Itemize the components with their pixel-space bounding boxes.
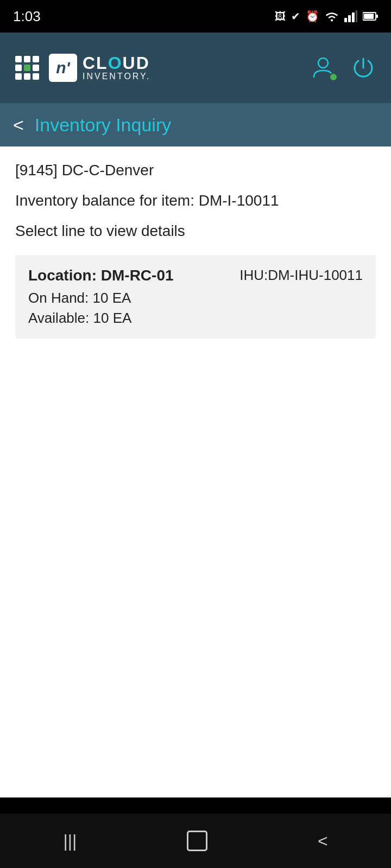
grid-dot-8 (24, 73, 30, 80)
power-icon[interactable] (351, 55, 376, 80)
content-area: [9145] DC-C-Denver Inventory balance for… (0, 146, 391, 797)
grid-dot-9 (33, 73, 39, 80)
logo-n-box: n' (49, 54, 77, 82)
svg-rect-2 (348, 15, 351, 22)
row-ihu: IHU:DM-IHU-10011 (239, 267, 363, 284)
grid-dot-3 (33, 56, 39, 62)
logo-brand: CLOUD INVENTORY. (83, 54, 150, 81)
logo-n-letter: n' (56, 59, 70, 77)
check-icon: ✔ (291, 10, 300, 23)
nav-back-button[interactable]: < (301, 826, 344, 857)
logo-cloud-text: CLOUD (83, 54, 150, 72)
signal-icon (344, 10, 357, 22)
svg-rect-4 (356, 10, 357, 22)
svg-rect-3 (352, 12, 355, 22)
wifi-icon (325, 10, 339, 22)
header-left: n' CLOUD INVENTORY. (15, 54, 150, 82)
photo-icon: 🖼 (275, 10, 286, 23)
content-location: [9145] DC-C-Denver (15, 162, 376, 179)
svg-rect-7 (376, 15, 378, 18)
app-header: n' CLOUD INVENTORY. (0, 33, 391, 103)
grid-dot-6 (33, 65, 39, 71)
status-bar: 1:03 🖼 ✔ ⏰ (0, 0, 391, 33)
content-instruction: Select line to view details (15, 222, 376, 240)
inventory-row[interactable]: Location: DM-RC-01 IHU:DM-IHU-10011 On H… (15, 255, 376, 339)
header-right (311, 54, 376, 81)
grid-dot-5-green (24, 65, 30, 71)
grid-dot-7 (15, 73, 22, 80)
nav-menu-button[interactable]: ||| (47, 826, 93, 857)
bottom-nav: ||| < (0, 814, 391, 868)
svg-point-0 (331, 20, 333, 22)
svg-point-8 (318, 58, 328, 68)
grid-icon[interactable] (15, 56, 39, 80)
user-online-dot (329, 73, 338, 81)
back-button[interactable]: < (13, 116, 24, 134)
logo: n' CLOUD INVENTORY. (49, 54, 150, 82)
battery-icon (363, 11, 378, 21)
svg-rect-6 (364, 14, 374, 19)
alarm-icon: ⏰ (306, 10, 319, 23)
row-onhand: On Hand: 10 EA (28, 290, 363, 307)
page-title: Inventory Inquiry (35, 114, 171, 136)
logo-inventory-text: INVENTORY. (83, 72, 150, 81)
content-balance: Inventory balance for item: DM-I-10011 (15, 192, 376, 209)
grid-dot-2 (24, 56, 30, 62)
status-icons: 🖼 ✔ ⏰ (275, 10, 378, 23)
user-icon-wrap[interactable] (311, 54, 338, 81)
svg-rect-1 (344, 18, 347, 22)
row-location: Location: DM-RC-01 (28, 267, 174, 284)
page-header: < Inventory Inquiry (0, 103, 391, 146)
status-time: 1:03 (13, 8, 41, 25)
grid-dot-4 (15, 65, 22, 71)
row-available: Available: 10 EA (28, 310, 363, 327)
grid-dot-1 (15, 56, 22, 62)
inventory-row-top: Location: DM-RC-01 IHU:DM-IHU-10011 (28, 267, 363, 284)
nav-home-button[interactable] (187, 831, 207, 851)
